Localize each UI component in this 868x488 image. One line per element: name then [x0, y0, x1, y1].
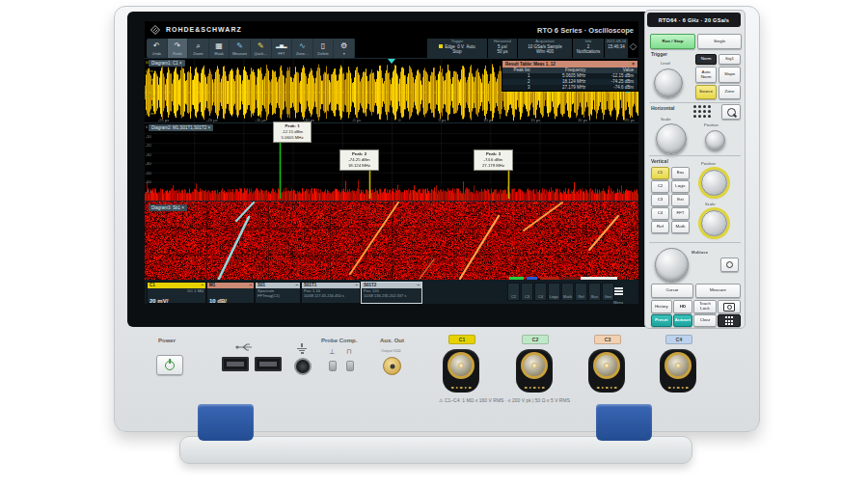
vertical-c2-key[interactable]: C2 — [651, 180, 669, 193]
tick-label: -20 μs — [206, 118, 217, 122]
aux-out-connector[interactable] — [383, 357, 401, 375]
toolbar-settings-button[interactable]: ⚙▾ — [334, 39, 355, 58]
trigger-source-key[interactable]: Source — [695, 85, 717, 99]
minimize-icon: – — [201, 283, 203, 288]
vertical-ref-key[interactable]: Ref — [651, 221, 669, 233]
trigger-position-marker[interactable] — [388, 59, 395, 64]
diagram1-y-axis: 60m40m20m0-20m-40m-60m — [146, 61, 154, 116]
vertical-fft-key[interactable]: FFT — [671, 207, 690, 220]
redo-button[interactable]: ↷Redo — [168, 39, 189, 58]
clear-button[interactable]: Clear — [693, 314, 717, 327]
channel4-button[interactable]: C4 — [534, 283, 547, 301]
cursor-button[interactable]: Cursor — [651, 284, 693, 298]
touch-lock-button[interactable]: Touch Lock — [693, 300, 717, 313]
zone-button[interactable]: ∿Zone… — [292, 39, 313, 58]
ground-jack[interactable] — [294, 358, 312, 375]
trigger-level-knob[interactable] — [654, 68, 683, 97]
channel2-input-bnc — [516, 349, 553, 393]
channel1-badge[interactable]: C1– 20 mV/ DC 1 MΩ 13.6 mV 500 MHz — [147, 282, 206, 304]
horizontal-zoom-key[interactable] — [721, 104, 741, 120]
peak-flag-1[interactable]: Peak: 1 -12.15 dBm 5.0605 MHz — [273, 122, 312, 143]
delete-button[interactable]: ▯Delete — [313, 39, 335, 58]
vertical-c4-key[interactable]: C4 — [651, 207, 669, 220]
touchscreen[interactable]: ROHDE&SCHWARZ RTO 6 Series · Oscilloscop… — [145, 21, 638, 304]
vertical-ext-key[interactable]: Ext — [671, 194, 690, 206]
trigger-sig1-key[interactable]: Sig1 — [719, 54, 741, 65]
channel3-button[interactable]: C3 — [521, 283, 533, 301]
multiuse-knob[interactable] — [655, 248, 689, 282]
info-notifications-box[interactable]: Info 2 Notifications — [573, 39, 605, 58]
probe-comp-squarewave-icon: ⊓ — [346, 348, 351, 356]
horizontal-info-box[interactable]: Horizontal 5 μs/ 50 μs — [488, 39, 518, 58]
add-math-button[interactable]: Math — [561, 283, 574, 301]
camera-icon — [723, 303, 735, 312]
diagram3-spectrogram[interactable]: Diagram3: Sb1 × — [145, 201, 638, 281]
peak-flag-3[interactable]: Peak: 3 -74.6 dBm 27.179 MHz — [474, 149, 513, 171]
history-button[interactable]: History — [651, 300, 672, 313]
logic-button[interactable]: Logic — [548, 283, 560, 301]
menu-button[interactable]: Menu — [606, 283, 631, 304]
vertical-math-key[interactable]: Math — [671, 221, 690, 233]
slope-key[interactable]: Slope — [719, 67, 741, 83]
intensity-key[interactable] — [720, 258, 739, 272]
screen-app-title: RTO 6 Series · Oscilloscope — [537, 26, 634, 35]
tick-label: -40 — [146, 162, 151, 166]
diagram2-fft[interactable]: Diagram2: M1,S01T1,S01T2 × 0-10-20-30-40… — [145, 122, 638, 202]
vertical-position-knob[interactable] — [701, 170, 727, 196]
peak-flag-2[interactable]: Peak: 2 -74.25 dBm 18.124 MHz — [339, 149, 379, 171]
usb-port-1[interactable] — [222, 357, 249, 371]
measure-button[interactable]: Measure — [695, 284, 741, 298]
fft-button[interactable]: ▂▅▂FFT — [272, 39, 293, 58]
math1-badge[interactable]: M1– 10 dB/ FFTmag(C1) 80 MHz, 50 kHz -2 … — [206, 282, 255, 304]
vertical-c1-key[interactable]: C1 — [651, 167, 669, 179]
trigger-norm-key[interactable]: Norm — [695, 54, 717, 65]
auto-norm-key[interactable]: Auto Norm — [695, 67, 717, 83]
measure-icon: ✎ — [236, 41, 243, 51]
vertical-bus-key[interactable]: Bus — [671, 167, 690, 179]
tick-label: 0 — [398, 118, 400, 122]
probe-comp-pin-1[interactable] — [329, 361, 337, 371]
autoset-button[interactable]: Autoset — [673, 314, 692, 327]
undo-button[interactable]: ↶Undo — [147, 39, 168, 58]
add-ref-button[interactable]: Ref — [575, 283, 587, 301]
probe-comp-pin-2[interactable] — [346, 361, 354, 371]
s01t1-badge[interactable]: S01T1– Pos: 1.16 10/48 117.45.216.450 s — [301, 282, 361, 304]
diagram3-tab[interactable]: Diagram3: Sb1 × — [149, 204, 187, 211]
vertical-logic-key[interactable]: Logic — [671, 180, 690, 193]
trigger-info-box[interactable]: Trigger Edge 0 V Auto Stop — [427, 39, 488, 58]
power-button[interactable] — [156, 355, 183, 375]
diagram1-c1[interactable]: Diagram1: C1 × 60m40m20m0-20m-40m-60m -2… — [145, 58, 638, 123]
tick-label: -40m — [146, 103, 154, 107]
measure-button[interactable]: ✎Measure — [230, 39, 251, 58]
channel2-button[interactable]: C2 — [507, 283, 520, 301]
camera-button[interactable] — [718, 300, 741, 313]
zone-key[interactable]: Zone — [719, 85, 741, 99]
usb-port-2[interactable] — [255, 357, 282, 371]
horizontal-position-knob[interactable] — [705, 130, 725, 150]
tick-label: -30 — [146, 153, 151, 157]
add-bus-button[interactable]: Bus — [588, 283, 601, 301]
horizontal-scale-knob[interactable] — [656, 123, 687, 154]
quick-action-button[interactable]: ✎Quick… — [251, 39, 272, 58]
vertical-scale-knob[interactable] — [701, 210, 727, 236]
zoom-button[interactable]: ⌕Zoom — [188, 39, 209, 58]
diagram1-tab[interactable]: Diagram1: C1 × — [149, 60, 185, 67]
acquisition-info-box[interactable]: Acquisition 10 GSa/s Sample Wfm 400 — [518, 39, 573, 58]
close-icon[interactable]: × — [632, 61, 635, 68]
keypad-button[interactable] — [718, 314, 741, 327]
mask-button[interactable]: ▦Mask — [209, 39, 231, 58]
result-table[interactable]: Result Table: Meas 1, 12× Peak listFrequ… — [502, 60, 638, 92]
hd-button[interactable]: HD — [673, 300, 692, 313]
run-stop-button[interactable]: Run / Stop — [650, 34, 695, 49]
spectrum-badge[interactable]: S01– Spectrum FFTmag(C1) — [255, 282, 301, 304]
table-row[interactable]: 327.179 MHz-74.6 dBm — [502, 85, 637, 91]
preset-button[interactable]: Preset — [651, 314, 672, 327]
probe-comp-label: Probe Comp. — [321, 338, 357, 343]
vertical-c3-key[interactable]: C3 — [651, 194, 669, 206]
redo-icon: ↷ — [175, 41, 181, 51]
diagram2-tab[interactable]: Diagram2: M1,S01T1,S01T2 × — [149, 124, 213, 131]
single-button[interactable]: Single — [697, 34, 742, 49]
fft-spectrum-canvas[interactable] — [145, 123, 638, 202]
spectrogram-canvas[interactable] — [145, 202, 638, 281]
s01t2-badge[interactable]: S01T2– Pos: 120 10/48 136.235.202.337 s — [361, 282, 422, 304]
